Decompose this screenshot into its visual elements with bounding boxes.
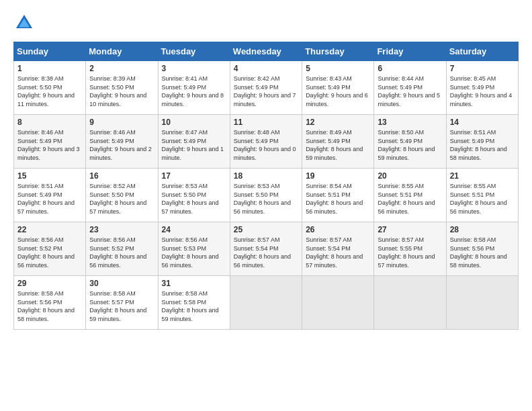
day-number: 6: [378, 64, 442, 73]
calendar-cell: 8Sunrise: 8:46 AM Sunset: 5:49 PM Daylig…: [14, 115, 86, 169]
day-info: Sunrise: 8:38 AM Sunset: 5:50 PM Dayligh…: [17, 75, 82, 108]
calendar-cell: 13Sunrise: 8:50 AM Sunset: 5:49 PM Dayli…: [374, 115, 446, 169]
calendar-cell: 18Sunrise: 8:53 AM Sunset: 5:50 PM Dayli…: [230, 169, 302, 222]
calendar-cell: 12Sunrise: 8:49 AM Sunset: 5:49 PM Dayli…: [302, 115, 374, 169]
calendar-cell: 16Sunrise: 8:52 AM Sunset: 5:50 PM Dayli…: [86, 169, 158, 222]
calendar-cell: [446, 276, 518, 330]
calendar-body: 1Sunrise: 8:38 AM Sunset: 5:50 PM Daylig…: [14, 61, 519, 330]
day-number: 15: [17, 171, 82, 181]
calendar-cell: 5Sunrise: 8:43 AM Sunset: 5:49 PM Daylig…: [302, 61, 374, 115]
day-number: 14: [450, 118, 515, 127]
day-number: 17: [162, 171, 226, 181]
header: [13, 12, 519, 34]
calendar-cell: [302, 276, 374, 330]
day-info: Sunrise: 8:49 AM Sunset: 5:49 PM Dayligh…: [306, 128, 370, 162]
dow-header: Saturday: [446, 42, 518, 61]
day-number: 7: [450, 64, 515, 73]
day-number: 26: [306, 225, 370, 234]
calendar-week: 29Sunrise: 8:58 AM Sunset: 5:56 PM Dayli…: [14, 276, 519, 330]
day-info: Sunrise: 8:55 AM Sunset: 5:51 PM Dayligh…: [378, 182, 442, 216]
day-number: 22: [17, 225, 82, 234]
calendar-cell: [374, 276, 446, 330]
calendar-cell: 30Sunrise: 8:58 AM Sunset: 5:57 PM Dayli…: [86, 276, 158, 330]
calendar-week: 8Sunrise: 8:46 AM Sunset: 5:49 PM Daylig…: [14, 115, 519, 169]
page: SundayMondayTuesdayWednesdayThursdayFrid…: [0, 0, 532, 336]
day-info: Sunrise: 8:53 AM Sunset: 5:50 PM Dayligh…: [162, 182, 226, 216]
day-info: Sunrise: 8:46 AM Sunset: 5:49 PM Dayligh…: [89, 128, 154, 162]
day-number: 2: [89, 64, 154, 73]
day-info: Sunrise: 8:56 AM Sunset: 5:53 PM Dayligh…: [162, 236, 226, 269]
calendar-cell: 22Sunrise: 8:56 AM Sunset: 5:52 PM Dayli…: [14, 222, 86, 276]
calendar-cell: 20Sunrise: 8:55 AM Sunset: 5:51 PM Dayli…: [374, 169, 446, 222]
day-info: Sunrise: 8:58 AM Sunset: 5:56 PM Dayligh…: [17, 289, 82, 323]
day-info: Sunrise: 8:56 AM Sunset: 5:52 PM Dayligh…: [17, 236, 82, 269]
day-number: 18: [234, 171, 298, 181]
day-info: Sunrise: 8:53 AM Sunset: 5:50 PM Dayligh…: [234, 182, 298, 216]
day-number: 8: [17, 118, 82, 127]
calendar-week: 22Sunrise: 8:56 AM Sunset: 5:52 PM Dayli…: [14, 222, 519, 276]
dow-header: Monday: [86, 42, 158, 61]
calendar-cell: 31Sunrise: 8:58 AM Sunset: 5:58 PM Dayli…: [158, 276, 230, 330]
calendar-cell: 4Sunrise: 8:42 AM Sunset: 5:49 PM Daylig…: [230, 61, 302, 115]
calendar-cell: 29Sunrise: 8:58 AM Sunset: 5:56 PM Dayli…: [14, 276, 86, 330]
day-info: Sunrise: 8:48 AM Sunset: 5:49 PM Dayligh…: [234, 128, 298, 162]
day-info: Sunrise: 8:57 AM Sunset: 5:55 PM Dayligh…: [378, 236, 442, 269]
calendar-cell: 25Sunrise: 8:57 AM Sunset: 5:54 PM Dayli…: [230, 222, 302, 276]
calendar-week: 1Sunrise: 8:38 AM Sunset: 5:50 PM Daylig…: [14, 61, 519, 115]
dow-header: Wednesday: [230, 42, 302, 61]
calendar-cell: 24Sunrise: 8:56 AM Sunset: 5:53 PM Dayli…: [158, 222, 230, 276]
day-info: Sunrise: 8:44 AM Sunset: 5:49 PM Dayligh…: [378, 75, 442, 108]
calendar-cell: 10Sunrise: 8:47 AM Sunset: 5:49 PM Dayli…: [158, 115, 230, 169]
day-number: 10: [162, 118, 226, 127]
day-info: Sunrise: 8:51 AM Sunset: 5:49 PM Dayligh…: [17, 182, 82, 216]
day-number: 13: [378, 118, 442, 127]
day-info: Sunrise: 8:51 AM Sunset: 5:49 PM Dayligh…: [450, 128, 515, 162]
day-info: Sunrise: 8:56 AM Sunset: 5:52 PM Dayligh…: [89, 236, 154, 269]
calendar-cell: 27Sunrise: 8:57 AM Sunset: 5:55 PM Dayli…: [374, 222, 446, 276]
calendar-week: 15Sunrise: 8:51 AM Sunset: 5:49 PM Dayli…: [14, 169, 519, 222]
dow-header: Thursday: [302, 42, 374, 61]
day-info: Sunrise: 8:57 AM Sunset: 5:54 PM Dayligh…: [234, 236, 298, 269]
day-info: Sunrise: 8:57 AM Sunset: 5:54 PM Dayligh…: [306, 236, 370, 269]
day-number: 19: [306, 171, 370, 181]
day-info: Sunrise: 8:47 AM Sunset: 5:49 PM Dayligh…: [162, 128, 226, 162]
day-info: Sunrise: 8:54 AM Sunset: 5:51 PM Dayligh…: [306, 182, 370, 216]
logo: [13, 12, 39, 34]
day-info: Sunrise: 8:58 AM Sunset: 5:58 PM Dayligh…: [162, 289, 226, 323]
day-number: 1: [17, 64, 82, 73]
day-info: Sunrise: 8:42 AM Sunset: 5:49 PM Dayligh…: [234, 75, 298, 108]
day-info: Sunrise: 8:45 AM Sunset: 5:49 PM Dayligh…: [450, 75, 515, 108]
day-info: Sunrise: 8:52 AM Sunset: 5:50 PM Dayligh…: [89, 182, 154, 216]
calendar-cell: 28Sunrise: 8:58 AM Sunset: 5:56 PM Dayli…: [446, 222, 518, 276]
dow-header: Sunday: [14, 42, 86, 61]
dow-header: Friday: [374, 42, 446, 61]
calendar-cell: 3Sunrise: 8:41 AM Sunset: 5:49 PM Daylig…: [158, 61, 230, 115]
day-number: 12: [306, 118, 370, 127]
calendar-cell: 6Sunrise: 8:44 AM Sunset: 5:49 PM Daylig…: [374, 61, 446, 115]
day-number: 20: [378, 171, 442, 181]
calendar-cell: 7Sunrise: 8:45 AM Sunset: 5:49 PM Daylig…: [446, 61, 518, 115]
day-number: 5: [306, 64, 370, 73]
day-info: Sunrise: 8:43 AM Sunset: 5:49 PM Dayligh…: [306, 75, 370, 108]
day-number: 16: [89, 171, 154, 181]
calendar-cell: 23Sunrise: 8:56 AM Sunset: 5:52 PM Dayli…: [86, 222, 158, 276]
day-number: 28: [450, 225, 515, 234]
day-number: 4: [234, 64, 298, 73]
day-number: 11: [234, 118, 298, 127]
calendar-cell: 11Sunrise: 8:48 AM Sunset: 5:49 PM Dayli…: [230, 115, 302, 169]
calendar-cell: 2Sunrise: 8:39 AM Sunset: 5:50 PM Daylig…: [86, 61, 158, 115]
logo-icon: [13, 12, 35, 34]
day-of-week-row: SundayMondayTuesdayWednesdayThursdayFrid…: [14, 42, 519, 61]
day-info: Sunrise: 8:39 AM Sunset: 5:50 PM Dayligh…: [89, 75, 154, 108]
day-info: Sunrise: 8:46 AM Sunset: 5:49 PM Dayligh…: [17, 128, 82, 162]
calendar-cell: 9Sunrise: 8:46 AM Sunset: 5:49 PM Daylig…: [86, 115, 158, 169]
day-info: Sunrise: 8:58 AM Sunset: 5:56 PM Dayligh…: [450, 236, 515, 269]
calendar-cell: [230, 276, 302, 330]
day-info: Sunrise: 8:58 AM Sunset: 5:57 PM Dayligh…: [89, 289, 154, 323]
calendar-cell: 19Sunrise: 8:54 AM Sunset: 5:51 PM Dayli…: [302, 169, 374, 222]
calendar-cell: 26Sunrise: 8:57 AM Sunset: 5:54 PM Dayli…: [302, 222, 374, 276]
day-number: 29: [17, 279, 82, 288]
calendar-cell: 21Sunrise: 8:55 AM Sunset: 5:51 PM Dayli…: [446, 169, 518, 222]
day-number: 24: [162, 225, 226, 234]
calendar-cell: 14Sunrise: 8:51 AM Sunset: 5:49 PM Dayli…: [446, 115, 518, 169]
